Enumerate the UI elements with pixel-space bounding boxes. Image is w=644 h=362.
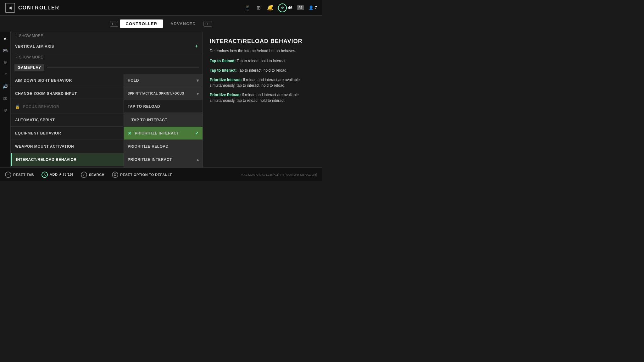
focus-behavior-label: 🔒 FOCUS BEHAVIOR (11, 105, 124, 109)
info-panel-subtitle: Determines how the interact/reload butto… (210, 48, 315, 54)
aim-down-sight-label: AIM DOWN SIGHT BEHAVIOR (11, 78, 124, 83)
vertical-aim-axis-row[interactable]: VERTICAL AIM AXIS + (11, 40, 203, 53)
phone-icon[interactable]: 📱 (244, 4, 251, 11)
automatic-sprint-label: AUTOMATIC SPRINT (11, 118, 124, 122)
automatic-sprint-dropdown[interactable]: TAP TO INTERACT (124, 113, 203, 126)
grid-icon[interactable]: ⊞ (255, 4, 262, 11)
armor-plate-value[interactable]: APPLY ONE ▾ (124, 166, 203, 167)
bottombar: ○ RESET TAB △ ADD ★ [8/15] ⌕ SEARCH ⊡ RE… (0, 167, 322, 181)
info-option-1: Tap to Interact: Tap to interact, hold t… (210, 68, 315, 73)
automatic-sprint-row[interactable]: AUTOMATIC SPRINT TAP TO INTERACT (11, 113, 203, 127)
change-zoom-row[interactable]: CHANGE ZOOM SHARED INPUT SPRINT/TACTICAL… (11, 87, 203, 100)
sidebar-item-l2[interactable]: L2 (1, 70, 9, 78)
left-trigger-label: L1 (110, 21, 118, 27)
prioritize-interact-label: PRIORITIZE INTERACT (135, 131, 179, 135)
level-badge: ⊙ 46 (278, 3, 292, 12)
level-circle: ⊙ (278, 3, 287, 12)
vertical-aim-axis-label: VERTICAL AIM AXIS (11, 44, 124, 49)
search-icon: ⌕ (81, 172, 87, 178)
prioritize-interact-inner: ✕ PRIORITIZE INTERACT (128, 131, 179, 136)
info-option-0-label: Tap to Reload: (210, 59, 236, 63)
bell-icon[interactable]: 🔔 (267, 4, 274, 11)
main-layout: ★ 🎮 ⊕ L2 🔊 ▦ ⊛ └ SHOW MORE VERTICAL AIM … (0, 32, 322, 167)
change-zoom-label: CHANGE ZOOM SHARED INPUT (11, 91, 124, 96)
x-icon: ✕ (128, 131, 132, 136)
show-more-top-label: SHOW MORE (19, 34, 43, 38)
reset-option-label: RESET OPTION TO DEFAULT (120, 173, 172, 177)
reset-option-icon: ⊡ (112, 172, 118, 178)
add-action[interactable]: △ ADD ★ [8/15] (42, 172, 73, 178)
reset-tab-icon: ○ (5, 172, 11, 178)
focus-dropdown-area: TAP TO RELOAD (124, 100, 203, 113)
prioritize-interact-selected[interactable]: ✕ PRIORITIZE INTERACT ✓ (124, 127, 203, 140)
search-action[interactable]: ⌕ SEARCH (81, 172, 104, 178)
aim-down-sight-chevron: ▾ (197, 78, 199, 83)
interact-reload-value[interactable]: PRIORITIZE INTERACT ▴ (124, 153, 203, 166)
interact-reload-chevron: ▴ (197, 157, 199, 162)
r3-badge: R3 (297, 5, 304, 10)
change-zoom-chevron: ▾ (197, 91, 199, 96)
armor-plate-row[interactable]: ARMOR PLATE BEHAVIOR APPLY ONE ▾ (11, 166, 203, 167)
show-more-bottom[interactable]: └ SHOW MORE (11, 53, 203, 61)
tabbar: L1 CONTROLLER ADVANCED R1 (0, 16, 322, 32)
change-zoom-value[interactable]: SPRINT/TACTICAL SPRINT/FOCUS ▾ (124, 87, 203, 100)
dropdown-tap-to-reload[interactable]: TAP TO RELOAD (124, 101, 203, 113)
info-option-0: Tap to Reload: Tap to reload, hold to in… (210, 58, 315, 64)
right-trigger-label: R1 (203, 21, 212, 27)
gameplay-label: GAMEPLAY (14, 64, 44, 71)
tap-to-reload-value[interactable]: TAP TO RELOAD (124, 101, 203, 112)
interact-reload-label: INTERACT/RELOAD BEHAVIOR (12, 157, 124, 162)
change-zoom-value-text: SPRINT/TACTICAL SPRINT/FOCUS (128, 92, 184, 95)
section-divider (47, 68, 199, 68)
reset-tab-label: RESET TAB (13, 173, 34, 177)
add-label: ADD ★ [8/15] (50, 173, 73, 177)
sidebar-item-speaker[interactable]: 🔊 (1, 82, 9, 90)
tab-controller[interactable]: CONTROLLER (120, 19, 163, 28)
page-title: CONTROLLER (18, 5, 59, 11)
info-option-0-desc: Tap to reload, hold to interact. (237, 59, 286, 63)
sidebar-item-gamepad[interactable]: 🎮 (1, 46, 9, 54)
player-count: 7 (315, 5, 317, 10)
weapon-mount-label: WEAPON MOUNT ACTIVATION (11, 144, 124, 149)
info-panel-title: INTERACT/RELOAD BEHAVIOR (210, 38, 315, 45)
info-option-3-label: Prioritize Reload: (210, 93, 241, 97)
vertical-aim-axis-add[interactable]: + (124, 40, 203, 53)
prioritize-reload-option[interactable]: PRIORITIZE RELOAD (124, 140, 203, 153)
sidebar-item-display[interactable]: ▦ (1, 94, 9, 102)
info-panel: INTERACT/RELOAD BEHAVIOR Determines how … (203, 32, 322, 167)
tab-advanced[interactable]: ADVANCED (165, 19, 202, 28)
player-icon: 👤 (308, 5, 314, 10)
aim-down-sight-value[interactable]: HOLD ▾ (124, 74, 203, 87)
sidebar: ★ 🎮 ⊕ L2 🔊 ▦ ⊛ (0, 32, 11, 167)
info-option-1-label: Tap to Interact: (210, 68, 237, 73)
topbar: ◀ CONTROLLER 📱 ⊞ 🔔 ⊙ 46 R3 👤 7 (0, 0, 322, 16)
aim-down-sight-value-text: HOLD (128, 78, 139, 83)
info-option-3: Prioritize Reload: If reload and interac… (210, 92, 315, 103)
search-label: SEARCH (89, 173, 104, 177)
tap-to-reload-label: TAP TO RELOAD (128, 104, 160, 109)
tap-to-interact-label: TAP TO INTERACT (131, 118, 167, 122)
back-icon: ◀ (8, 5, 12, 10)
show-more-top-icon: └ (14, 34, 17, 38)
settings-area: └ SHOW MORE VERTICAL AIM AXIS + └ SHOW M… (11, 32, 203, 167)
interact-reload-value-text: PRIORITIZE INTERACT (128, 157, 172, 162)
equipment-behavior-row[interactable]: EQUIPMENT BEHAVIOR ✕ PRIORITIZE INTERACT… (11, 127, 203, 140)
reset-option-action[interactable]: ⊡ RESET OPTION TO DEFAULT (112, 172, 172, 178)
back-button[interactable]: ◀ (5, 3, 15, 13)
level-value: 46 (288, 5, 292, 10)
sidebar-item-network[interactable]: ⊛ (1, 106, 9, 114)
check-icon: ✓ (195, 131, 199, 136)
reset-tab-action[interactable]: ○ RESET TAB (5, 172, 34, 178)
info-option-2: Prioritize Interact: If reload and inter… (210, 77, 315, 88)
topbar-right: 📱 ⊞ 🔔 ⊙ 46 R3 👤 7 (244, 3, 317, 12)
version-text: 9.7.13200072 [34:31:156[+11] Tm [7000][1… (241, 173, 317, 176)
sidebar-item-crosshair[interactable]: ⊕ (1, 58, 9, 66)
add-icon: △ (42, 172, 48, 178)
tap-to-interact-value[interactable]: TAP TO INTERACT (128, 113, 199, 126)
show-more-top[interactable]: └ SHOW MORE (11, 32, 203, 40)
interact-reload-row[interactable]: INTERACT/RELOAD BEHAVIOR PRIORITIZE INTE… (11, 153, 203, 166)
weapon-mount-row[interactable]: WEAPON MOUNT ACTIVATION PRIORITIZE RELOA… (11, 140, 203, 153)
sidebar-item-star[interactable]: ★ (1, 34, 9, 42)
aim-down-sight-row[interactable]: AIM DOWN SIGHT BEHAVIOR HOLD ▾ (11, 74, 203, 87)
prioritize-reload-label: PRIORITIZE RELOAD (128, 144, 169, 149)
